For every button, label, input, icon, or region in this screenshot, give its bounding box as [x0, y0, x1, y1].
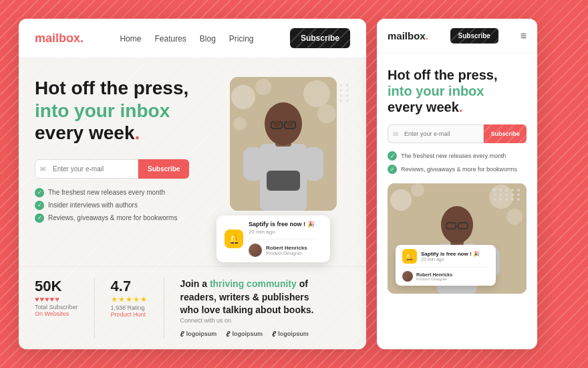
stat-subscribers-stars: ♥♥♥♥♥: [35, 295, 78, 303]
connect-text: Connect with us on: [180, 317, 350, 324]
svg-point-1: [231, 85, 255, 109]
mobile-logo-dot: .: [426, 30, 428, 41]
svg-point-5: [233, 117, 247, 130]
feature-text-1: The freshest new releases every month: [48, 189, 165, 196]
desktop-notif-user-role: Product Designer: [266, 251, 307, 256]
desktop-notif-avatar-row: Robert Henricks Product Designer: [249, 239, 315, 257]
hero-line2: into your inbox: [35, 100, 216, 122]
mobile-notif-title: Saptify is free now ! 🎉: [421, 251, 480, 257]
desktop-notif-time: 20 min ago: [249, 229, 315, 235]
stat-subscribers-label: Total Subscriber: [35, 304, 78, 310]
desktop-navbar: mailbox. Home Features Blog Pricing Subs…: [19, 19, 366, 58]
svg-point-2: [255, 79, 271, 95]
mobile-email-row: ✉ Subscribe: [388, 124, 527, 143]
desktop-hero-title: Hot off the press, into your inbox every…: [35, 77, 216, 145]
mobile-check-icon-1: ✓: [388, 151, 397, 161]
mobile-notif-avatar-row: Robert Henricks Product Designer: [402, 267, 489, 282]
social-logo-3-text: logoipsum: [278, 331, 309, 337]
mobile-mockup: mailbox. Subscribe ≡ Hot off the press, …: [377, 19, 537, 349]
hero-period: .: [134, 122, 140, 143]
mobile-notification: 🔔 Saptify is free now ! 🎉 20 min ago Rob…: [396, 245, 496, 286]
svg-point-4: [317, 104, 336, 123]
mobile-logo-text: mailbox: [388, 30, 426, 41]
desktop-notif-avatar: [249, 244, 262, 257]
email-icon: ✉: [40, 165, 45, 173]
desktop-logo: mailbox.: [35, 31, 84, 45]
mobile-dot-grid: [493, 189, 521, 201]
mobile-notif-time: 20 min ago: [421, 257, 480, 262]
hero-line1: Hot off the press,: [35, 78, 188, 98]
stat-subscribers-link[interactable]: On Websites: [35, 310, 78, 317]
social-logo-3: ℓ logoipsum: [272, 329, 309, 339]
mobile-notif-icon: 🔔: [402, 249, 417, 264]
nav-blog[interactable]: Blog: [200, 34, 216, 43]
feature-item-1: ✓ The freshest new releases every month: [35, 188, 216, 197]
mobile-email-subscribe-button[interactable]: Subscribe: [484, 124, 527, 143]
feature-item-3: ✓ Reviews, giveaways & more for bookworm…: [35, 213, 216, 223]
mobile-navbar: mailbox. Subscribe ≡: [377, 19, 537, 54]
desktop-right-col: 🔔 Saptify is free now ! 🎉 20 min ago Rob…: [230, 77, 350, 256]
check-icon-2: ✓: [35, 201, 44, 210]
desktop-left-col: Hot off the press, into your inbox every…: [35, 77, 216, 256]
mobile-notif-avatar: [402, 271, 413, 282]
desktop-email-row: ✉ Subscribe: [35, 159, 216, 179]
mobile-feature-1: ✓ The freshest new releases every month: [388, 151, 527, 161]
logo-dot: .: [80, 31, 84, 45]
join-text-before: Join a: [180, 278, 207, 289]
nav-features[interactable]: Features: [154, 34, 186, 43]
desktop-notif-icon: 🔔: [225, 229, 243, 248]
desktop-notification-bubble: 🔔 Saptify is free now ! 🎉 20 min ago Rob…: [216, 215, 330, 263]
desktop-notif-title: Saptify is free now ! 🎉: [249, 221, 315, 229]
mobile-notif-user-info: Robert Henricks Product Designer: [416, 272, 452, 281]
svg-point-11: [265, 102, 302, 145]
desktop-notif-content: Saptify is free now ! 🎉 20 min ago Rober…: [249, 221, 315, 258]
mobile-content: Hot off the press, into your inbox every…: [377, 54, 537, 349]
desktop-mockup: mailbox. Home Features Blog Pricing Subs…: [19, 19, 366, 349]
stat-rating-stars: ★★★★★: [111, 295, 148, 304]
nav-pricing[interactable]: Pricing: [229, 34, 254, 43]
feature-item-2: ✓ Insider interviews with authors: [35, 201, 216, 210]
desktop-main-content: Hot off the press, into your inbox every…: [19, 58, 366, 266]
desktop-email-subscribe-button[interactable]: Subscribe: [138, 159, 189, 179]
mobile-hero-line1: Hot off the press,: [388, 68, 497, 82]
desktop-notif-user-info: Robert Henricks Product Designer: [266, 245, 307, 256]
svg-rect-8: [303, 147, 323, 181]
desktop-feature-list: ✓ The freshest new releases every month …: [35, 188, 216, 223]
mobile-hero-line3: every week.: [388, 100, 462, 114]
mobile-feature-text-1: The freshest new releases every month: [401, 153, 506, 159]
logo-text: mailbox: [35, 31, 80, 45]
check-icon-3: ✓: [35, 213, 44, 223]
mobile-notif-content: Saptify is free now ! 🎉 20 min ago: [421, 251, 480, 262]
svg-point-27: [441, 206, 473, 244]
svg-point-16: [287, 120, 293, 127]
desktop-stats-section: 50K ♥♥♥♥♥ Total Subscriber On Websites 4…: [19, 266, 366, 349]
svg-point-21: [506, 209, 523, 225]
desktop-notif-user-name: Robert Henricks: [266, 245, 307, 251]
stat-rating-link[interactable]: Product Hunt: [111, 311, 148, 318]
mobile-email-input-wrapper: ✉: [388, 124, 484, 143]
svg-point-15: [273, 120, 280, 127]
desktop-email-input[interactable]: [35, 159, 138, 179]
mobile-email-input[interactable]: [388, 124, 484, 143]
mobile-person-image: 🔔 Saptify is free now ! 🎉 20 min ago Rob…: [388, 183, 527, 294]
feature-text-3: Reviews, giveaways & more for bookworms: [48, 214, 177, 221]
mobile-subscribe-button[interactable]: Subscribe: [450, 28, 498, 43]
social-logo-2-text: logoipsum: [232, 331, 263, 337]
stat-rating-count: 1,938 Rating: [111, 304, 148, 311]
mobile-notif-user-name: Robert Henricks: [416, 272, 452, 277]
desktop-subscribe-button[interactable]: Subscribe: [290, 28, 350, 48]
mobile-hero-line3-text: every week: [388, 100, 459, 114]
mobile-notif-user-role: Product Designer: [416, 277, 452, 281]
mobile-notif-top: 🔔 Saptify is free now ! 🎉 20 min ago: [402, 249, 489, 264]
check-icon-1: ✓: [35, 188, 44, 197]
feature-text-2: Insider interviews with authors: [48, 201, 138, 209]
nav-home[interactable]: Home: [120, 34, 141, 43]
desktop-person-image: [230, 77, 337, 211]
mobile-email-icon: ✉: [393, 130, 398, 138]
join-text-highlight: thriving community: [210, 278, 297, 289]
join-text: Join a thriving community of readers, wr…: [180, 278, 314, 317]
hamburger-icon[interactable]: ≡: [521, 30, 527, 42]
stat-rating-number: 4.7: [111, 278, 148, 295]
hero-line3: every week.: [35, 122, 140, 143]
svg-rect-7: [243, 147, 263, 181]
